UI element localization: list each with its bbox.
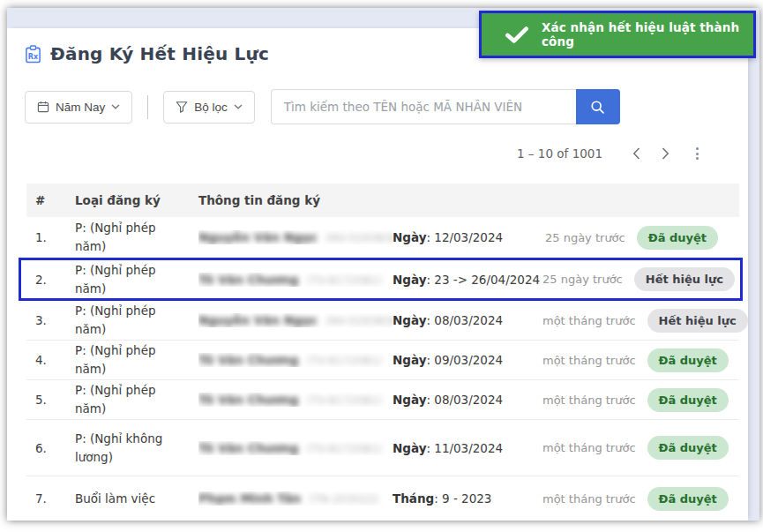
pagination-menu-icon[interactable] (687, 144, 707, 163)
table-row[interactable]: 4. P: (Nghỉ phép năm) Tô Văn Chương (TV-… (26, 341, 739, 380)
row-type: P: (Nghỉ phép năm) (75, 341, 198, 378)
row-index: 1. (35, 230, 75, 244)
search-group (271, 89, 620, 124)
col-header-index: # (35, 193, 75, 207)
table-row-highlighted[interactable]: 2. P: (Nghỉ phép năm) Tô Văn Chương (TV-… (26, 259, 739, 301)
status-badge: Đã duyệt (637, 226, 718, 250)
row-time-ago: một tháng trước (542, 393, 647, 407)
toolbar: Năm Nay Bộ lọc (7, 89, 748, 124)
row-index: 7. (35, 491, 75, 506)
row-index: 5. (35, 393, 75, 407)
table-row[interactable]: 3. P: (Nghỉ phép năm) Nguyễn Văn Ngọc (N… (26, 301, 739, 341)
row-index: 3. (35, 313, 75, 327)
col-header-info: Thông tin đăng ký (198, 193, 393, 207)
row-type: P: (Nghỉ phép năm) (75, 302, 198, 339)
page-title: Đăng Ký Hết Hiệu Lực (50, 43, 269, 64)
row-date: Ngày: 08/03/2024 (393, 393, 542, 407)
table-row[interactable]: 6. P: (Nghỉ không lương) Tô Văn Chương (… (26, 420, 739, 476)
filter-button-label: Bộ lọc (194, 101, 228, 114)
row-employee-redacted: Phạm Minh Tân (TN-203022) (198, 491, 393, 506)
rx-clipboard-icon: Rx (25, 45, 41, 64)
search-input[interactable] (271, 89, 576, 124)
table-header-row: # Loại đăng ký Thông tin đăng ký (26, 184, 739, 217)
chevron-down-icon (234, 104, 243, 109)
table-row[interactable]: 7. Buổi làm việc Phạm Minh Tân (TN-20302… (26, 476, 739, 521)
row-index: 2. (35, 273, 75, 287)
checkmark-icon (505, 26, 528, 43)
row-index: 4. (35, 353, 75, 367)
row-date: Tháng: 9 - 2023 (393, 491, 542, 506)
pagination: 1 – 10 of 1001 (7, 141, 748, 166)
row-date: Ngày: 11/03/2024 (393, 441, 542, 455)
search-icon (590, 100, 605, 115)
row-employee-redacted: Tô Văn Chương (TV-8172081) (198, 393, 393, 407)
row-type: P: (Nghỉ phép năm) (75, 219, 198, 256)
status-badge: Đã duyệt (647, 436, 729, 460)
previous-page-button[interactable] (622, 144, 651, 163)
calendar-icon (37, 101, 49, 113)
row-employee-redacted: Tô Văn Chương (TV-8172081) (198, 353, 393, 367)
row-employee-redacted: Nguyễn Văn Ngọc (NV-02938382) (198, 313, 393, 327)
col-header-type: Loại đăng ký (75, 193, 198, 207)
pagination-range-text: 1 – 10 of 1001 (517, 146, 602, 161)
row-date: Ngày: 23 -> 26/04/2024 (393, 273, 542, 287)
table-row[interactable]: 1. P: (Nghỉ phép năm) Nguyễn Văn Ngọc (N… (26, 217, 739, 259)
row-date: Ngày: 08/03/2024 (393, 313, 542, 327)
content-card: Rx Đăng Ký Hết Hiệu Lực Năm Nay (7, 28, 748, 521)
date-range-filter-label: Năm Nay (56, 101, 105, 114)
row-employee-redacted: Tô Văn Chương (TV-8172081) (198, 273, 393, 287)
row-time-ago: một tháng trước (542, 314, 647, 327)
status-badge: Đã duyệt (647, 348, 729, 372)
registrations-table: # Loại đăng ký Thông tin đăng ký 1. P: (… (26, 184, 739, 521)
status-badge: Hết hiệu lực (647, 309, 748, 333)
row-employee-redacted: Tô Văn Chương (TV-8172081) (198, 441, 393, 455)
search-button[interactable] (576, 89, 620, 124)
row-type: P: (Nghỉ phép năm) (75, 261, 198, 298)
page-viewport: Rx Đăng Ký Hết Hiệu Lực Năm Nay (7, 8, 759, 521)
toolbar-divider (147, 95, 148, 119)
row-type: P: (Nghỉ phép năm) (75, 381, 198, 418)
row-time-ago: 25 ngày trước (542, 273, 634, 286)
status-badge: Đã duyệt (647, 487, 729, 511)
status-badge: Đã duyệt (647, 388, 729, 412)
table-row[interactable]: 5. P: (Nghỉ phép năm) Tô Văn Chương (TV-… (26, 380, 739, 420)
row-employee-redacted: Nguyễn Văn Ngọc (NV-02938382) (198, 230, 393, 244)
filter-button[interactable]: Bộ lọc (163, 91, 255, 124)
row-date: Ngày: 12/03/2024 (393, 230, 542, 244)
row-date: Ngày: 09/03/2024 (393, 353, 542, 367)
chevron-down-icon (111, 104, 120, 109)
success-toast: Xác nhận hết hiệu luật thành công (479, 11, 756, 58)
row-type: Buổi làm việc (75, 490, 198, 508)
row-time-ago: một tháng trước (542, 441, 647, 454)
row-time-ago: một tháng trước (542, 492, 647, 506)
row-time-ago: 25 ngày trước (542, 231, 637, 244)
screenshot-stage: Rx Đăng Ký Hết Hiệu Lực Năm Nay (0, 0, 763, 532)
row-type: P: (Nghỉ không lương) (75, 430, 198, 467)
date-range-filter-button[interactable]: Năm Nay (25, 91, 132, 124)
funnel-icon (176, 101, 188, 113)
row-time-ago: một tháng trước (542, 354, 647, 367)
svg-text:Rx: Rx (28, 52, 39, 60)
status-badge: Hết hiệu lực (634, 267, 735, 291)
row-index: 6. (35, 441, 75, 455)
toast-message: Xác nhận hết hiệu luật thành công (542, 20, 753, 49)
next-page-button[interactable] (651, 144, 680, 163)
